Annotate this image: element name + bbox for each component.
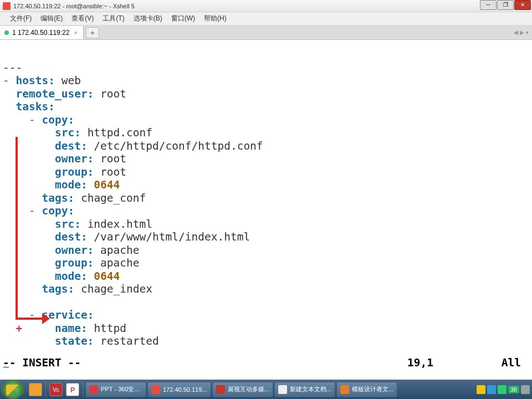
tray-badge[interactable]: 38 [508,386,519,393]
taskbar-item[interactable]: 模板设计者文... [336,382,397,397]
tab-close-icon[interactable]: × [74,29,77,36]
cursor-position: 19,1 [407,356,433,369]
menu-bar: 文件(F) 编辑(E) 查看(V) 工具(T) 选项卡(B) 窗口(W) 帮助(… [0,12,532,25]
taskbar-item[interactable]: 展视互动多媒... [212,382,273,397]
menu-file[interactable]: 文件(F) [6,12,36,25]
system-tray[interactable]: 38 [477,385,532,394]
menu-window[interactable]: 窗口(W) [167,12,200,25]
app-icon [3,2,11,10]
vim-status-line: -- INSERT -- 19,1 All [3,356,529,369]
tab-prev-icon[interactable]: ◀ [514,29,518,35]
tray-icon[interactable] [487,385,496,394]
window-controls: ─ ❐ ✕ [479,0,531,10]
connection-status-icon [4,30,9,35]
tab-nav: ◀ ▶ ▾ [514,29,529,35]
taskbar-item[interactable]: 172.40.50.119... [147,382,211,397]
annotation-arrow [16,137,49,328]
menu-help[interactable]: 帮助(H) [200,12,231,25]
vim-mode: -- INSERT -- [3,356,81,369]
scroll-position: All [502,356,521,369]
window-title: 172.40.50.119:22 - root@ansible:~ - Xshe… [13,3,135,9]
windows-taskbar: Vc P PPT - 360安... 172.40.50.119... 展视互动… [0,380,532,399]
cursor-marker: + [16,322,22,335]
tray-icon[interactable] [477,385,485,394]
tab-dropdown-icon[interactable]: ▾ [526,29,529,35]
new-tab-button[interactable]: + [86,27,99,38]
start-button[interactable] [1,380,24,399]
tray-icon[interactable] [521,385,530,394]
menu-tabs[interactable]: 选项卡(B) [129,12,167,25]
session-tab[interactable]: 1 172.40.50.119:22 × [0,26,84,39]
maximize-button[interactable]: ❐ [497,0,514,10]
tray-icon[interactable] [498,385,507,394]
menu-view[interactable]: 查看(V) [67,12,98,25]
menu-tools[interactable]: 工具(T) [98,12,129,25]
tab-label: 1 172.40.50.119:22 [12,29,69,37]
quick-launch-icon[interactable] [29,383,42,396]
terminal-editor[interactable]: --- - hosts: web remote_user: root tasks… [0,40,532,395]
quick-launch-icon[interactable]: Vc [49,383,63,396]
tab-bar: 1 172.40.50.119:22 × + ◀ ▶ ▾ [0,25,532,40]
taskbar-item[interactable]: 新建文本文档... [274,382,335,397]
taskbar-item[interactable]: PPT - 360安... [85,382,146,397]
minimize-button[interactable]: ─ [480,0,497,10]
title-bar: 172.40.50.119:22 - root@ansible:~ - Xshe… [0,0,532,12]
close-button[interactable]: ✕ [514,0,531,10]
menu-edit[interactable]: 编辑(E) [36,12,67,25]
tab-next-icon[interactable]: ▶ [520,29,524,35]
quick-launch-icon[interactable]: P [66,383,79,396]
